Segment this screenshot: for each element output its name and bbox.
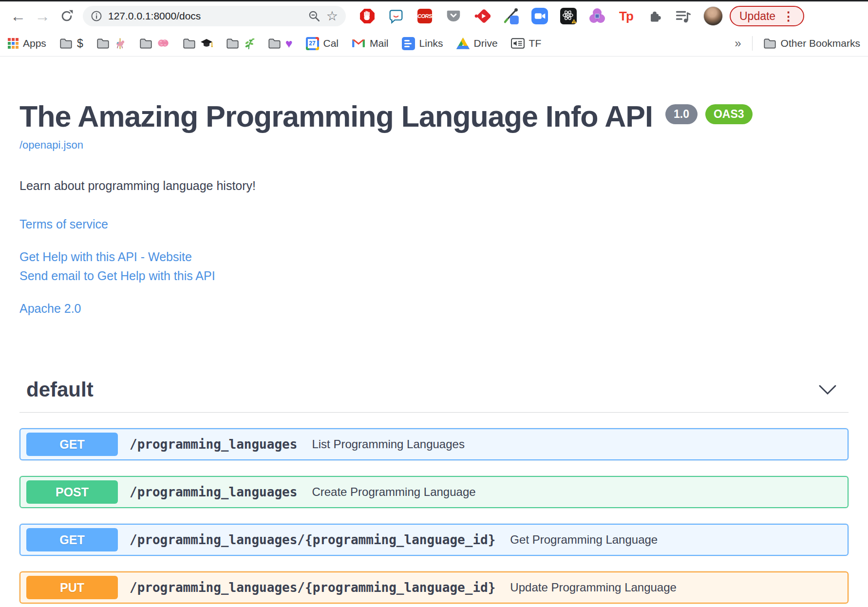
bookmarks-bar: Apps $: [0, 31, 868, 57]
help-email-link[interactable]: Send email to Get Help with this API: [19, 269, 215, 283]
bookmark-folder-dollar[interactable]: $: [59, 37, 83, 50]
endpoint-row[interactable]: GET /programming_languages List Programm…: [19, 428, 849, 460]
drive-label: Drive: [474, 38, 498, 49]
red-diamond-icon: [474, 8, 491, 24]
pocket-icon: [446, 9, 461, 23]
mail-label: Mail: [370, 38, 389, 49]
license-link[interactable]: Apache 2.0: [19, 302, 81, 316]
endpoint-row[interactable]: POST /programming_languages Create Progr…: [19, 476, 849, 508]
endpoint-path: /programming_languages/{programming_lang…: [130, 580, 495, 595]
profile-avatar[interactable]: [703, 6, 723, 26]
bookmark-folder-purple-heart[interactable]: ♥: [268, 38, 293, 50]
bookmark-calendar[interactable]: 27 Cal: [306, 37, 339, 50]
folder-icon: [96, 38, 110, 49]
diamond-dev-extension-icon[interactable]: [473, 7, 491, 25]
update-label: Update: [739, 10, 775, 23]
extensions-row: CORS: [359, 6, 723, 26]
reload-button[interactable]: [55, 4, 79, 28]
help-website-link[interactable]: Get Help with this API - Website: [19, 250, 192, 264]
endpoint-path: /programming_languages: [130, 437, 297, 452]
forward-button[interactable]: →: [30, 4, 55, 28]
folder-icon: [183, 38, 196, 49]
dollar-icon: $: [77, 37, 83, 50]
bookmarks-overflow-chevron[interactable]: »: [735, 37, 741, 50]
terms-of-service-link[interactable]: Terms of service: [19, 217, 108, 231]
method-badge: POST: [26, 480, 118, 504]
page-title: The Amazing Programming Language Info AP…: [19, 100, 653, 133]
carousel-horse-icon: [114, 38, 126, 50]
tag-divider: [19, 412, 849, 413]
chrome-update-button[interactable]: Update ⋮: [730, 6, 804, 26]
api-title-block: The Amazing Programming Language Info AP…: [19, 100, 849, 133]
tag-header[interactable]: default: [19, 378, 849, 401]
bookmarks-right-group: » Other Bookmarks: [735, 36, 860, 51]
puzzle-icon: [647, 9, 662, 23]
bookmark-drive[interactable]: Drive: [456, 38, 498, 49]
herb-icon: [244, 38, 255, 50]
swagger-docs-page: The Amazing Programming Language Info AP…: [0, 100, 868, 607]
pocket-extension-icon[interactable]: [445, 7, 462, 25]
method-badge: GET: [26, 528, 118, 551]
tf-label: TF: [529, 38, 542, 49]
bookmarks-separator: [752, 36, 753, 51]
calendar-icon: 27: [306, 37, 319, 50]
endpoint-row[interactable]: GET /programming_languages/{programming_…: [19, 524, 849, 556]
atom-warning-icon: [560, 8, 577, 24]
reload-icon: [60, 9, 74, 23]
folder-icon: [763, 38, 776, 49]
bookmark-folder-herb[interactable]: [226, 38, 255, 50]
default-tag-section: default GET /programming_languages List …: [19, 378, 849, 607]
folder-icon: [268, 38, 281, 49]
page-info-icon[interactable]: [91, 10, 102, 22]
bookmark-folder-brain[interactable]: [139, 38, 170, 49]
folder-icon: [226, 38, 239, 49]
apps-label: Apps: [23, 38, 46, 49]
bookmark-folder-carousel-horse[interactable]: [96, 38, 126, 50]
oas3-badge: OAS3: [705, 104, 753, 124]
bookmark-folder-graduation[interactable]: [183, 38, 213, 49]
bookmark-apps[interactable]: Apps: [8, 38, 46, 49]
chevron-down-icon[interactable]: [818, 384, 837, 395]
bookmark-tf[interactable]: TF: [511, 38, 542, 49]
cors-badge: CORS: [417, 9, 432, 23]
openapi-spec-link[interactable]: /openapi.json: [19, 139, 83, 152]
zoom-out-icon[interactable]: [308, 10, 321, 22]
method-badge: GET: [26, 433, 118, 456]
endpoint-summary: Create Programming Language: [312, 485, 475, 499]
zoom-extension-icon[interactable]: [531, 7, 548, 25]
calendar-label: Cal: [323, 38, 339, 49]
chat-bubble-extension-icon[interactable]: [387, 7, 405, 25]
eyedropper-icon: [502, 7, 520, 25]
other-bookmarks[interactable]: Other Bookmarks: [763, 38, 860, 49]
announcement-list-icon: [511, 38, 525, 49]
forward-icon: →: [35, 7, 50, 25]
bookmark-mail[interactable]: Mail: [352, 38, 389, 49]
purple-recycle-extension-icon[interactable]: [588, 7, 606, 25]
back-button[interactable]: ←: [6, 4, 30, 28]
endpoint-path: /programming_languages: [130, 485, 297, 499]
tag-name: default: [26, 378, 94, 401]
version-badge: 1.0: [665, 104, 698, 124]
url-text[interactable]: 127.0.0.1:8000/docs: [108, 10, 201, 22]
speech-bubble-icon: [388, 8, 404, 24]
adblock-extension-icon[interactable]: [359, 7, 376, 25]
bookmark-links[interactable]: Links: [402, 37, 443, 50]
method-badge: PUT: [26, 576, 118, 599]
tp-extension-icon[interactable]: Tp: [617, 7, 635, 25]
endpoint-summary: List Programming Languages: [312, 437, 465, 451]
color-picker-extension-icon[interactable]: [502, 7, 520, 25]
media-controls-button[interactable]: [675, 7, 692, 25]
endpoint-row[interactable]: PUT /programming_languages/{programming_…: [19, 571, 849, 604]
endpoint-path: /programming_languages/{programming_lang…: [130, 532, 495, 547]
back-icon: ←: [10, 7, 26, 25]
bookmark-star-icon[interactable]: ☆: [326, 8, 338, 24]
api-description: Learn about programming language history…: [19, 179, 849, 193]
react-devtools-extension-icon[interactable]: [560, 7, 577, 25]
address-bar[interactable]: 127.0.0.1:8000/docs ☆: [83, 6, 346, 26]
kebab-menu-icon[interactable]: ⋮: [782, 10, 794, 22]
cors-extension-icon[interactable]: CORS: [416, 7, 434, 25]
tp-logo: Tp: [619, 9, 633, 24]
gmail-icon: [352, 38, 365, 49]
stop-hand-icon: [359, 8, 375, 24]
extensions-puzzle-button[interactable]: [646, 7, 663, 25]
